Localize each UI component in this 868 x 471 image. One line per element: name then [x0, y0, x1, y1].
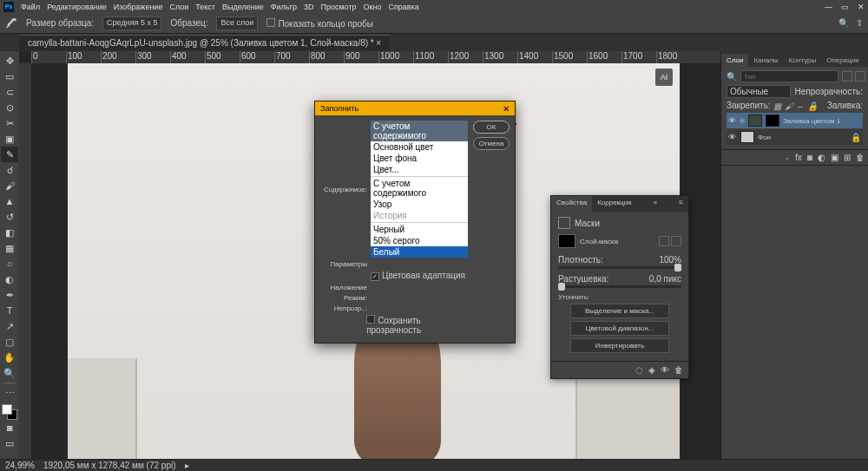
- sample-select[interactable]: Все слои: [216, 16, 258, 30]
- layer-item[interactable]: 👁 ⎘ Заливка цветом 1: [727, 113, 863, 128]
- tab-paths[interactable]: Контуры: [784, 54, 821, 67]
- brush-tool[interactable]: 🖌: [1, 178, 18, 193]
- feather-value[interactable]: 0,0 пикс: [649, 274, 681, 284]
- content-dropdown[interactable]: С учетом содержимого Основной цвет Цвет …: [371, 121, 468, 258]
- tab-adjustments[interactable]: Коррекция: [592, 196, 636, 212]
- filter-pixel-icon[interactable]: [842, 71, 852, 82]
- new-layer-icon[interactable]: ⊞: [844, 153, 851, 162]
- mask-icon[interactable]: ◙: [807, 153, 812, 162]
- layer-filter-input[interactable]: [740, 70, 838, 82]
- tab-channels[interactable]: Каналы: [748, 54, 783, 67]
- menu-select[interactable]: Выделение: [222, 3, 264, 11]
- link-layers-icon[interactable]: ⬫: [785, 153, 790, 162]
- vector-mask-icon[interactable]: [671, 236, 681, 246]
- density-slider[interactable]: [558, 266, 681, 269]
- path-tool[interactable]: ↗: [1, 318, 18, 334]
- dropdown-option[interactable]: С учетом содержимого: [371, 178, 468, 199]
- lock-trans-icon[interactable]: ▦: [773, 101, 782, 110]
- lock-paint-icon[interactable]: 🖌: [785, 101, 793, 110]
- search-icon[interactable]: 🔍: [838, 18, 849, 28]
- menu-image[interactable]: Изображение: [114, 3, 163, 11]
- dropdown-option[interactable]: Узор: [371, 199, 468, 210]
- menu-help[interactable]: Справка: [388, 3, 418, 11]
- tab-history[interactable]: История: [865, 54, 868, 67]
- group-icon[interactable]: ▣: [831, 153, 838, 162]
- visibility-icon[interactable]: 👁: [728, 116, 737, 125]
- eraser-tool[interactable]: ◧: [1, 225, 18, 240]
- window-restore-icon[interactable]: ▭: [841, 3, 849, 11]
- delete-icon[interactable]: 🗑: [856, 153, 865, 162]
- layer-thumb[interactable]: [740, 131, 754, 143]
- ok-button[interactable]: ОК: [473, 121, 510, 134]
- menu-file[interactable]: Файл: [21, 3, 40, 11]
- window-minimize-icon[interactable]: —: [825, 3, 832, 11]
- zoom-tool[interactable]: 🔍: [1, 365, 18, 381]
- layer-item[interactable]: 👁 Фон 🔒: [727, 129, 863, 145]
- hand-tool[interactable]: ✋: [1, 350, 18, 365]
- gradient-tool[interactable]: ▦: [1, 240, 18, 256]
- eyedropper-tool[interactable]: ✎: [1, 147, 18, 162]
- menu-edit[interactable]: Редактирование: [47, 3, 107, 11]
- tab-close-icon[interactable]: ×: [376, 38, 381, 48]
- adjustment-icon[interactable]: ◐: [818, 153, 825, 162]
- color-adapt-checkbox[interactable]: ✓Цветовая адаптация: [371, 271, 465, 281]
- cancel-button[interactable]: Отмена: [473, 137, 510, 150]
- dropdown-option[interactable]: Цвет...: [371, 164, 468, 175]
- document-tab[interactable]: camylla-battani-AoqgGAqrLpU-unsplash.jpg…: [19, 35, 390, 50]
- marquee-tool[interactable]: ▭: [1, 69, 18, 84]
- shape-tool[interactable]: ▢: [1, 334, 18, 350]
- mask-thumb[interactable]: [766, 114, 779, 127]
- select-and-mask-button[interactable]: Выделение и маска...: [570, 304, 669, 318]
- color-range-button[interactable]: Цветовой диапазон...: [570, 321, 669, 336]
- menu-view[interactable]: Просмотр: [320, 3, 356, 11]
- type-tool[interactable]: T: [1, 303, 18, 318]
- tab-layers[interactable]: Слои: [721, 54, 748, 67]
- pixel-mask-icon[interactable]: [659, 236, 669, 246]
- edit-toolbar[interactable]: ⋯: [1, 385, 18, 401]
- mask-preview[interactable]: [558, 234, 575, 248]
- layer-name[interactable]: Фон: [758, 134, 771, 141]
- layer-thumb[interactable]: [748, 114, 762, 127]
- panel-menu-icon[interactable]: ≡: [674, 196, 688, 212]
- load-selection-icon[interactable]: ◌: [635, 365, 643, 375]
- show-ring-checkbox[interactable]: Показать кольцо пробы: [266, 18, 373, 29]
- apply-mask-icon[interactable]: ◈: [648, 365, 655, 375]
- panel-collapse-icon[interactable]: «: [648, 196, 662, 212]
- lasso-tool[interactable]: ⊂: [1, 84, 18, 100]
- fx-icon[interactable]: fx: [795, 153, 802, 162]
- dialog-close-icon[interactable]: ✕: [503, 104, 510, 114]
- delete-mask-icon[interactable]: 🗑: [674, 365, 683, 375]
- color-swatches[interactable]: [2, 404, 17, 420]
- stamp-tool[interactable]: ▲: [1, 193, 18, 209]
- zoom-value[interactable]: 24,99%: [5, 461, 35, 470]
- dodge-tool[interactable]: ◐: [1, 271, 18, 287]
- dropdown-option[interactable]: 50% серого: [371, 235, 468, 246]
- filter-icon[interactable]: 🔍: [727, 72, 737, 82]
- lock-all-icon[interactable]: 🔒: [807, 101, 816, 110]
- dialog-titlebar[interactable]: Заполнить ✕: [315, 101, 515, 115]
- blur-tool[interactable]: ○: [1, 256, 18, 271]
- history-brush-tool[interactable]: ↺: [1, 209, 18, 225]
- dropdown-option[interactable]: Черный: [371, 224, 468, 235]
- dropdown-option-highlighted[interactable]: Белый: [371, 246, 468, 258]
- dropdown-selected[interactable]: С учетом содержимого: [371, 121, 468, 141]
- share-icon[interactable]: ⇪: [856, 18, 863, 28]
- blend-mode-select[interactable]: Обычные: [727, 85, 791, 98]
- menu-window[interactable]: Окно: [364, 3, 382, 11]
- visibility-icon[interactable]: 👁: [728, 133, 737, 141]
- tab-actions[interactable]: Операции: [821, 54, 864, 67]
- invert-button[interactable]: Инвертировать: [570, 338, 669, 353]
- dropdown-option[interactable]: Основной цвет: [371, 141, 468, 153]
- heal-tool[interactable]: ☌: [1, 162, 18, 178]
- menu-text[interactable]: Текст: [195, 3, 215, 11]
- layer-name[interactable]: Заливка цветом 1: [783, 117, 840, 125]
- dropdown-option[interactable]: Цвет фона: [371, 153, 468, 164]
- quick-select-tool[interactable]: ⊙: [1, 100, 18, 115]
- status-arrow-icon[interactable]: ▸: [185, 461, 189, 470]
- frame-tool[interactable]: ▣: [1, 131, 18, 147]
- crop-tool[interactable]: ✂: [1, 115, 18, 131]
- move-tool[interactable]: ✥: [1, 53, 18, 69]
- filter-adj-icon[interactable]: [855, 71, 865, 82]
- disable-mask-icon[interactable]: 👁: [661, 365, 669, 375]
- lock-pos-icon[interactable]: ↔: [796, 101, 805, 110]
